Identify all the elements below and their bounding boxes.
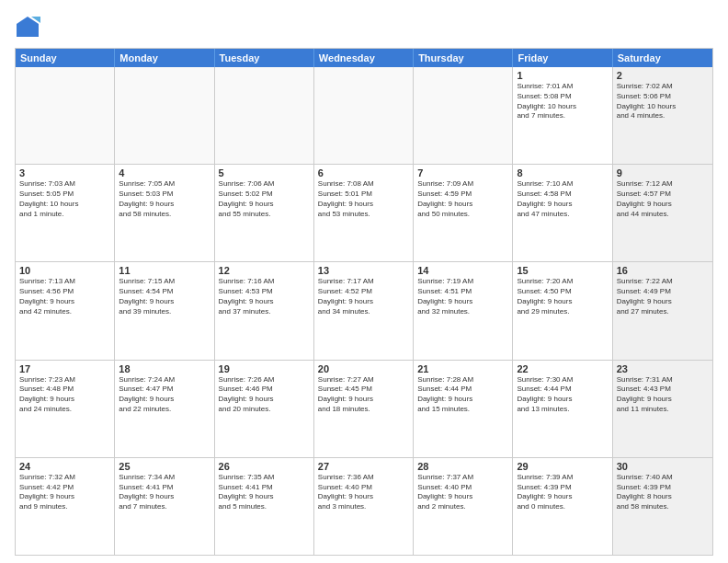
day-number: 10	[19, 265, 110, 276]
day-cell-21: 21Sunrise: 7:28 AM Sunset: 4:44 PM Dayli…	[414, 361, 513, 457]
day-number: 23	[617, 363, 709, 374]
day-info: Sunrise: 7:24 AM Sunset: 4:47 PM Dayligh…	[119, 375, 210, 415]
day-number: 24	[19, 461, 110, 472]
day-info: Sunrise: 7:01 AM Sunset: 5:08 PM Dayligh…	[517, 82, 608, 121]
day-info: Sunrise: 7:31 AM Sunset: 4:43 PM Dayligh…	[617, 375, 709, 415]
empty-cell	[215, 67, 314, 164]
day-info: Sunrise: 7:09 AM Sunset: 4:59 PM Dayligh…	[417, 179, 508, 219]
calendar-header: SundayMondayTuesdayWednesdayThursdayFrid…	[16, 49, 712, 67]
day-cell-7: 7Sunrise: 7:09 AM Sunset: 4:59 PM Daylig…	[414, 165, 513, 261]
day-info: Sunrise: 7:12 AM Sunset: 4:57 PM Dayligh…	[617, 179, 709, 219]
day-cell-12: 12Sunrise: 7:16 AM Sunset: 4:53 PM Dayli…	[215, 262, 314, 359]
day-info: Sunrise: 7:27 AM Sunset: 4:45 PM Dayligh…	[318, 375, 409, 415]
day-cell-13: 13Sunrise: 7:17 AM Sunset: 4:52 PM Dayli…	[314, 262, 414, 359]
day-number: 13	[318, 265, 409, 276]
day-cell-20: 20Sunrise: 7:27 AM Sunset: 4:45 PM Dayli…	[314, 361, 414, 457]
day-cell-23: 23Sunrise: 7:31 AM Sunset: 4:43 PM Dayli…	[613, 361, 712, 457]
day-info: Sunrise: 7:22 AM Sunset: 4:49 PM Dayligh…	[617, 277, 709, 316]
page: SundayMondayTuesdayWednesdayThursdayFrid…	[0, 0, 728, 563]
day-number: 27	[318, 461, 409, 472]
day-number: 5	[219, 167, 310, 178]
calendar-row-0: 1Sunrise: 7:01 AM Sunset: 5:08 PM Daylig…	[16, 67, 712, 164]
header-day-wednesday: Wednesday	[314, 49, 414, 67]
day-info: Sunrise: 7:32 AM Sunset: 4:42 PM Dayligh…	[19, 473, 110, 512]
day-number: 22	[517, 363, 608, 374]
day-info: Sunrise: 7:10 AM Sunset: 4:58 PM Dayligh…	[517, 179, 608, 219]
header-day-thursday: Thursday	[414, 49, 513, 67]
empty-cell	[314, 67, 414, 164]
day-info: Sunrise: 7:19 AM Sunset: 4:51 PM Dayligh…	[417, 277, 508, 316]
day-info: Sunrise: 7:16 AM Sunset: 4:53 PM Dayligh…	[219, 277, 310, 316]
day-cell-1: 1Sunrise: 7:01 AM Sunset: 5:08 PM Daylig…	[513, 67, 612, 164]
day-cell-10: 10Sunrise: 7:13 AM Sunset: 4:56 PM Dayli…	[16, 262, 115, 359]
day-cell-25: 25Sunrise: 7:34 AM Sunset: 4:41 PM Dayli…	[115, 458, 214, 555]
day-cell-14: 14Sunrise: 7:19 AM Sunset: 4:51 PM Dayli…	[414, 262, 513, 359]
day-info: Sunrise: 7:02 AM Sunset: 5:06 PM Dayligh…	[617, 82, 709, 121]
logo-icon	[15, 15, 40, 40]
day-cell-11: 11Sunrise: 7:15 AM Sunset: 4:54 PM Dayli…	[115, 262, 214, 359]
day-number: 25	[119, 461, 210, 472]
day-cell-28: 28Sunrise: 7:37 AM Sunset: 4:40 PM Dayli…	[414, 458, 513, 555]
day-cell-8: 8Sunrise: 7:10 AM Sunset: 4:58 PM Daylig…	[513, 165, 612, 261]
header-day-sunday: Sunday	[16, 49, 115, 67]
day-cell-5: 5Sunrise: 7:06 AM Sunset: 5:02 PM Daylig…	[215, 165, 314, 261]
calendar-body: 1Sunrise: 7:01 AM Sunset: 5:08 PM Daylig…	[16, 67, 712, 555]
day-info: Sunrise: 7:17 AM Sunset: 4:52 PM Dayligh…	[318, 277, 409, 316]
day-cell-16: 16Sunrise: 7:22 AM Sunset: 4:49 PM Dayli…	[613, 262, 712, 359]
day-number: 4	[119, 167, 210, 178]
day-number: 8	[517, 167, 608, 178]
day-info: Sunrise: 7:36 AM Sunset: 4:40 PM Dayligh…	[318, 473, 409, 512]
day-cell-6: 6Sunrise: 7:08 AM Sunset: 5:01 PM Daylig…	[314, 165, 414, 261]
day-info: Sunrise: 7:34 AM Sunset: 4:41 PM Dayligh…	[119, 473, 210, 512]
day-info: Sunrise: 7:03 AM Sunset: 5:05 PM Dayligh…	[19, 179, 110, 219]
calendar-row-2: 10Sunrise: 7:13 AM Sunset: 4:56 PM Dayli…	[16, 261, 712, 359]
calendar-row-1: 3Sunrise: 7:03 AM Sunset: 5:05 PM Daylig…	[16, 164, 712, 261]
calendar-row-3: 17Sunrise: 7:23 AM Sunset: 4:48 PM Dayli…	[16, 360, 712, 457]
day-number: 3	[19, 167, 110, 178]
day-number: 18	[119, 363, 210, 374]
day-cell-22: 22Sunrise: 7:30 AM Sunset: 4:44 PM Dayli…	[513, 361, 612, 457]
day-number: 7	[417, 167, 508, 178]
day-number: 20	[318, 363, 409, 374]
day-info: Sunrise: 7:39 AM Sunset: 4:39 PM Dayligh…	[517, 473, 608, 512]
day-cell-30: 30Sunrise: 7:40 AM Sunset: 4:39 PM Dayli…	[613, 458, 712, 555]
day-info: Sunrise: 7:06 AM Sunset: 5:02 PM Dayligh…	[219, 179, 310, 219]
empty-cell	[414, 67, 513, 164]
day-number: 29	[517, 461, 608, 472]
day-number: 1	[517, 70, 608, 81]
day-info: Sunrise: 7:13 AM Sunset: 4:56 PM Dayligh…	[19, 277, 110, 316]
day-cell-19: 19Sunrise: 7:26 AM Sunset: 4:46 PM Dayli…	[215, 361, 314, 457]
logo	[15, 15, 44, 40]
day-number: 28	[417, 461, 508, 472]
header-day-tuesday: Tuesday	[215, 49, 314, 67]
day-info: Sunrise: 7:30 AM Sunset: 4:44 PM Dayligh…	[517, 375, 608, 415]
day-number: 30	[617, 461, 709, 472]
day-number: 14	[417, 265, 508, 276]
day-info: Sunrise: 7:40 AM Sunset: 4:39 PM Dayligh…	[617, 473, 709, 512]
day-cell-3: 3Sunrise: 7:03 AM Sunset: 5:05 PM Daylig…	[16, 165, 115, 261]
day-cell-9: 9Sunrise: 7:12 AM Sunset: 4:57 PM Daylig…	[613, 165, 712, 261]
day-number: 9	[617, 167, 709, 178]
day-info: Sunrise: 7:05 AM Sunset: 5:03 PM Dayligh…	[119, 179, 210, 219]
day-cell-27: 27Sunrise: 7:36 AM Sunset: 4:40 PM Dayli…	[314, 458, 414, 555]
day-info: Sunrise: 7:37 AM Sunset: 4:40 PM Dayligh…	[417, 473, 508, 512]
day-info: Sunrise: 7:08 AM Sunset: 5:01 PM Dayligh…	[318, 179, 409, 219]
day-number: 19	[219, 363, 310, 374]
day-number: 11	[119, 265, 210, 276]
header-day-saturday: Saturday	[613, 49, 712, 67]
day-number: 26	[219, 461, 310, 472]
day-number: 17	[19, 363, 110, 374]
empty-cell	[16, 67, 115, 164]
day-number: 16	[617, 265, 709, 276]
header	[15, 15, 713, 40]
day-info: Sunrise: 7:35 AM Sunset: 4:41 PM Dayligh…	[219, 473, 310, 512]
day-info: Sunrise: 7:28 AM Sunset: 4:44 PM Dayligh…	[417, 375, 508, 415]
day-cell-26: 26Sunrise: 7:35 AM Sunset: 4:41 PM Dayli…	[215, 458, 314, 555]
day-cell-15: 15Sunrise: 7:20 AM Sunset: 4:50 PM Dayli…	[513, 262, 612, 359]
day-info: Sunrise: 7:20 AM Sunset: 4:50 PM Dayligh…	[517, 277, 608, 316]
day-number: 12	[219, 265, 310, 276]
svg-marker-0	[17, 17, 39, 37]
day-cell-17: 17Sunrise: 7:23 AM Sunset: 4:48 PM Dayli…	[16, 361, 115, 457]
day-number: 2	[617, 70, 709, 81]
empty-cell	[115, 67, 214, 164]
